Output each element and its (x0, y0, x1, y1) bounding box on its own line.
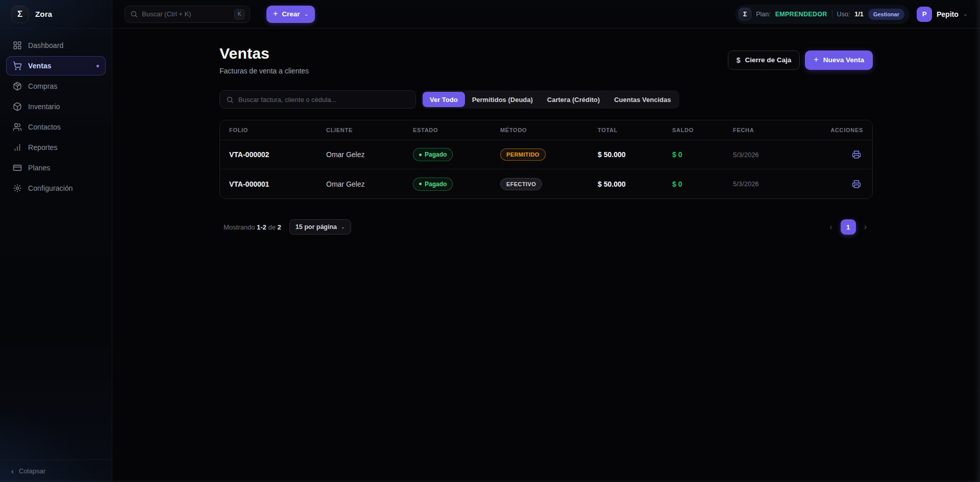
cell-saldo: $ 0 (672, 180, 733, 188)
sidebar-item-label: Dashboard (28, 41, 63, 49)
cell-cliente: Omar Gelez (326, 150, 413, 159)
column-header-acciones: Acciones (810, 127, 863, 133)
cell-folio: VTA-000001 (229, 180, 326, 188)
create-button-label: Crear (282, 10, 300, 18)
invoice-search-input[interactable] (238, 96, 409, 104)
sidebar-item-label: Planes (28, 164, 50, 172)
chevron-down-icon: ⌄ (304, 11, 308, 17)
sidebar-item-label: Inventario (28, 103, 60, 111)
usage-label: Uso: (837, 11, 850, 18)
plus-icon: + (814, 55, 818, 64)
invoice-search[interactable] (219, 90, 416, 109)
cell-actions (810, 148, 863, 161)
sidebar-nav: Dashboard Ventas Compras Inventario (0, 29, 112, 460)
sidebar-item-reportes[interactable]: Reportes (6, 138, 106, 157)
sidebar-item-dashboard[interactable]: Dashboard (6, 36, 106, 55)
cash-close-label: Cierre de Caja (745, 56, 792, 64)
sidebar-item-inventario[interactable]: Inventario (6, 97, 106, 116)
manage-plan-button[interactable]: Gestionar (868, 9, 904, 20)
active-indicator-dot (96, 65, 99, 67)
cell-total: $ 50.000 (598, 150, 672, 159)
plus-icon: + (273, 9, 278, 18)
sidebar-item-planes[interactable]: Planes (6, 158, 106, 177)
content: Ventas Facturas de venta a clientes $ Ci… (219, 29, 873, 235)
dollar-icon: $ (737, 56, 741, 64)
user-menu[interactable]: P Pepito ⌄ (917, 7, 968, 22)
plan-pill: Σ Plan: EMPRENDEDOR Uso: 1/1 Gestionar (735, 5, 910, 24)
status-dot-icon (419, 154, 422, 156)
cell-metodo: EFECTIVO (500, 178, 598, 190)
global-search-input[interactable] (142, 10, 230, 18)
zora-logo-icon: Σ (11, 6, 29, 23)
usage-value: 1/1 (854, 11, 863, 18)
cell-folio: VTA-000002 (229, 150, 326, 159)
of-label: de (268, 223, 275, 231)
chevron-down-icon: ⌄ (341, 224, 345, 230)
main-area: K + Crear ⌄ Σ Plan: EMPRENDEDOR Uso: 1/1… (112, 0, 980, 482)
zora-mini-logo-icon: Σ (739, 8, 751, 20)
global-search[interactable]: K (125, 6, 250, 23)
sidebar: Σ Zora Dashboard Ventas Comp (0, 0, 112, 482)
column-header-total: Total (598, 127, 672, 133)
showing-range: 1-2 (257, 223, 266, 231)
page-header: Ventas Facturas de venta a clientes $ Ci… (219, 45, 873, 75)
chevron-down-icon: ⌄ (963, 11, 968, 17)
tab-cuentas-vencidas[interactable]: Cuentas Vencidas (607, 92, 678, 107)
table-row[interactable]: VTA-000002 Omar Gelez Pagado PERMITIDO $… (220, 140, 872, 169)
pagination: Mostrando 1-2 de 2 15 por página ⌄ ‹ 1 › (219, 219, 873, 235)
collapse-sidebar-button[interactable]: ‹ Colapsar (0, 460, 112, 482)
per-page-value: 15 por página (296, 223, 337, 231)
users-icon (13, 122, 22, 132)
new-sale-button[interactable]: + Nueva Venta (805, 50, 873, 70)
page-actions: $ Cierre de Caja + Nueva Venta (728, 50, 873, 70)
pagination-pager: ‹ 1 › (827, 219, 869, 235)
column-header-fecha: Fecha (733, 127, 810, 133)
keyboard-shortcut-badge: K (234, 9, 244, 19)
cell-total: $ 50.000 (598, 180, 672, 188)
next-page-button[interactable]: › (862, 221, 869, 233)
column-header-folio: Folio (229, 127, 326, 133)
table-header-row: Folio Cliente Estado Método Total Saldo … (220, 120, 872, 140)
print-button[interactable] (850, 148, 863, 161)
sidebar-item-configuracion[interactable]: Configuración (6, 179, 106, 198)
dashboard-grid-icon (13, 41, 22, 50)
status-badge: Pagado (413, 148, 453, 161)
tab-permitidos-deuda[interactable]: Permitidos (Deuda) (465, 92, 540, 107)
user-name: Pepito (937, 10, 959, 18)
sidebar-item-label: Configuración (28, 184, 73, 192)
sidebar-item-ventas[interactable]: Ventas (6, 56, 106, 75)
tab-cartera-credito[interactable]: Cartera (Crédito) (540, 92, 607, 107)
sidebar-item-label: Ventas (28, 62, 52, 70)
brand: Σ Zora (0, 0, 112, 29)
print-button[interactable] (850, 177, 863, 191)
chevron-left-icon: ‹ (11, 467, 14, 475)
page-button-1[interactable]: 1 (841, 219, 856, 235)
column-header-metodo: Método (500, 127, 598, 133)
box-icon (13, 102, 22, 111)
printer-icon (852, 180, 861, 189)
sidebar-item-compras[interactable]: Compras (6, 77, 106, 96)
sales-table: Folio Cliente Estado Método Total Saldo … (219, 120, 873, 199)
showing-total: 2 (278, 223, 281, 231)
cell-fecha: 5/3/2026 (733, 180, 810, 188)
status-label: Pagado (425, 151, 447, 158)
filter-tabs: Ver Todo Permitidos (Deuda) Cartera (Cré… (421, 90, 679, 109)
gear-icon (13, 184, 22, 193)
pagination-summary: Mostrando 1-2 de 2 15 por página ⌄ (224, 219, 351, 235)
prev-page-button[interactable]: ‹ (827, 221, 834, 233)
create-button[interactable]: + Crear ⌄ (266, 6, 315, 23)
showing-label: Mostrando (224, 223, 255, 231)
plan-value: EMPRENDEDOR (775, 11, 827, 18)
sidebar-item-contactos[interactable]: Contactos (6, 117, 106, 137)
filter-controls: Ver Todo Permitidos (Deuda) Cartera (Cré… (219, 90, 873, 109)
table-row[interactable]: VTA-000001 Omar Gelez Pagado EFECTIVO $ … (220, 169, 872, 198)
package-icon (13, 82, 22, 91)
cash-close-button[interactable]: $ Cierre de Caja (728, 50, 800, 70)
page-subtitle: Facturas de venta a clientes (219, 67, 309, 75)
tab-ver-todo[interactable]: Ver Todo (423, 92, 465, 107)
divider (832, 10, 832, 18)
cell-actions (810, 177, 863, 191)
sidebar-item-label: Compras (28, 82, 58, 90)
collapse-label: Colapsar (19, 467, 45, 475)
per-page-select[interactable]: 15 por página ⌄ (289, 219, 351, 235)
